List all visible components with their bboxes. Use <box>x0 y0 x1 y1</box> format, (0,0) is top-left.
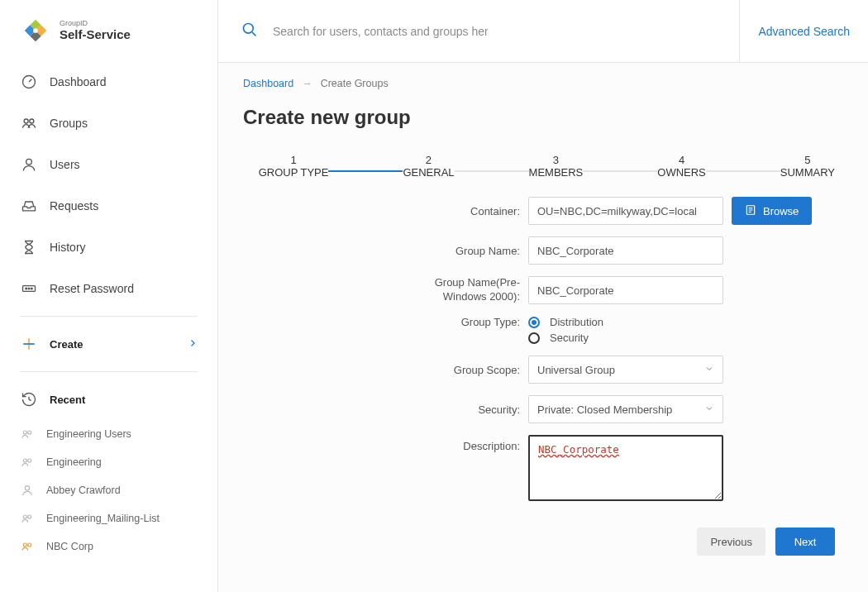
step-circle: 4 <box>679 154 684 166</box>
recent-item[interactable]: Abbey Crawford <box>0 476 217 504</box>
step-owners[interactable]: 4 OWNERS <box>657 154 706 179</box>
form: Container: Browse Group Name: <box>243 197 843 587</box>
nav-label: History <box>50 241 86 254</box>
nav-users[interactable]: Users <box>0 144 217 185</box>
chevron-down-icon <box>704 403 714 416</box>
svg-point-2 <box>24 119 28 123</box>
nav-groups[interactable]: Groups <box>0 103 217 144</box>
footer-buttons: Previous Next <box>243 513 843 571</box>
brand-logo-icon <box>20 15 51 46</box>
main: Advanced Search Dashboard → Create Group… <box>218 0 868 592</box>
label-group-name-pre: Group Name(Pre- Windows 2000): <box>243 276 528 304</box>
user-icon <box>20 483 35 498</box>
label-group-name: Group Name: <box>243 245 528 257</box>
radio-distribution[interactable]: Distribution <box>528 316 603 328</box>
description-textarea[interactable]: NBC_Corporate <box>528 435 723 501</box>
step-members[interactable]: 3 MEMBERS <box>529 154 584 179</box>
nav-create[interactable]: Create <box>0 323 217 365</box>
nav-label: Dashboard <box>50 75 107 88</box>
radio-label: Distribution <box>550 316 603 328</box>
recent-item[interactable]: NBC Corp <box>0 532 217 561</box>
svg-point-9 <box>23 431 26 434</box>
step-group-type[interactable]: 1 GROUP TYPE <box>259 154 329 179</box>
label-group-type: Group Type: <box>243 316 528 328</box>
groups-icon <box>20 511 35 526</box>
svg-point-6 <box>26 288 27 289</box>
label-description: Description: <box>243 435 528 452</box>
chevron-right-icon <box>188 338 198 351</box>
svg-point-0 <box>33 28 38 33</box>
nav-label: Users <box>50 158 80 171</box>
svg-point-8 <box>31 288 33 289</box>
svg-point-14 <box>23 515 26 518</box>
radio-label: Security <box>550 332 589 344</box>
previous-button[interactable]: Previous <box>697 528 765 556</box>
row-description: Description: NBC_Corporate <box>243 435 843 501</box>
browse-button[interactable]: Browse <box>732 197 812 225</box>
brand-main: Self-Service <box>60 27 131 42</box>
chevron-down-icon <box>704 364 714 376</box>
radio-security[interactable]: Security <box>528 332 603 344</box>
recent-item[interactable]: Engineering <box>0 448 217 476</box>
step-summary[interactable]: 5 SUMMARY <box>780 154 835 179</box>
group-name-input[interactable] <box>528 236 723 265</box>
password-icon <box>20 279 38 298</box>
nav-history[interactable]: History <box>0 227 217 268</box>
breadcrumb-root[interactable]: Dashboard <box>243 78 293 89</box>
step-label: GENERAL <box>403 166 454 179</box>
inbox-icon <box>20 197 38 215</box>
select-value: Private: Closed Membership <box>537 403 672 416</box>
radio-icon <box>528 332 540 344</box>
svg-point-10 <box>28 431 31 434</box>
arrow-right-icon: → <box>302 78 312 89</box>
stepper: 1 GROUP TYPE 2 GENERAL 3 MEMBERS <box>243 154 843 179</box>
recent-item[interactable]: Engineering Users <box>0 420 217 448</box>
topbar: Advanced Search <box>218 0 868 63</box>
nav-dashboard[interactable]: Dashboard <box>0 61 217 103</box>
step-general[interactable]: 2 GENERAL <box>403 154 454 179</box>
recent-item-label: Abbey Crawford <box>46 485 121 496</box>
recent-header: Recent <box>0 379 217 420</box>
svg-point-17 <box>28 543 31 547</box>
nav-reset-password[interactable]: Reset Password <box>0 268 217 309</box>
content: Dashboard → Create Groups Create new gro… <box>218 63 868 592</box>
brand-text: GroupID Self-Service <box>60 20 131 42</box>
svg-point-3 <box>30 119 34 123</box>
breadcrumb: Dashboard → Create Groups <box>243 78 843 89</box>
groups-icon <box>20 455 35 470</box>
nav-requests[interactable]: Requests <box>0 185 217 227</box>
step-label: SUMMARY <box>780 166 835 179</box>
svg-point-16 <box>23 543 26 547</box>
recent-item-label: NBC Corp <box>46 541 93 552</box>
divider <box>20 371 198 372</box>
select-value: Universal Group <box>537 364 615 376</box>
group-name-pre-input[interactable] <box>528 276 723 304</box>
history-icon <box>20 390 38 408</box>
search-input[interactable] <box>273 25 488 38</box>
label-security: Security: <box>243 403 528 416</box>
svg-point-12 <box>28 459 31 462</box>
step-label: GROUP TYPE <box>259 166 329 179</box>
groups-icon <box>20 114 38 132</box>
step-circle: 3 <box>553 154 559 166</box>
container-input[interactable] <box>528 197 723 225</box>
recent-list: Engineering Users Engineering Abbey Craw… <box>0 420 217 561</box>
step-label: OWNERS <box>657 166 706 179</box>
user-icon <box>20 155 38 174</box>
group-type-radio-group: Distribution Security <box>528 316 603 344</box>
security-select[interactable]: Private: Closed Membership <box>528 395 723 423</box>
plus-icon <box>20 335 38 353</box>
next-button[interactable]: Next <box>775 528 835 556</box>
recent-item[interactable]: Engineering_Mailing-List <box>0 504 217 532</box>
breadcrumb-current: Create Groups <box>321 78 389 89</box>
step-circle: 2 <box>426 154 432 166</box>
step-connector <box>328 170 403 172</box>
label-container: Container: <box>243 205 528 217</box>
step-connector <box>583 170 657 172</box>
group-scope-select[interactable]: Universal Group <box>528 356 723 384</box>
advanced-search-link[interactable]: Advanced Search <box>740 25 868 38</box>
create-label: Create <box>50 338 83 351</box>
row-group-name-pre: Group Name(Pre- Windows 2000): <box>243 276 843 304</box>
svg-point-7 <box>28 288 30 289</box>
groups-icon <box>20 539 35 554</box>
